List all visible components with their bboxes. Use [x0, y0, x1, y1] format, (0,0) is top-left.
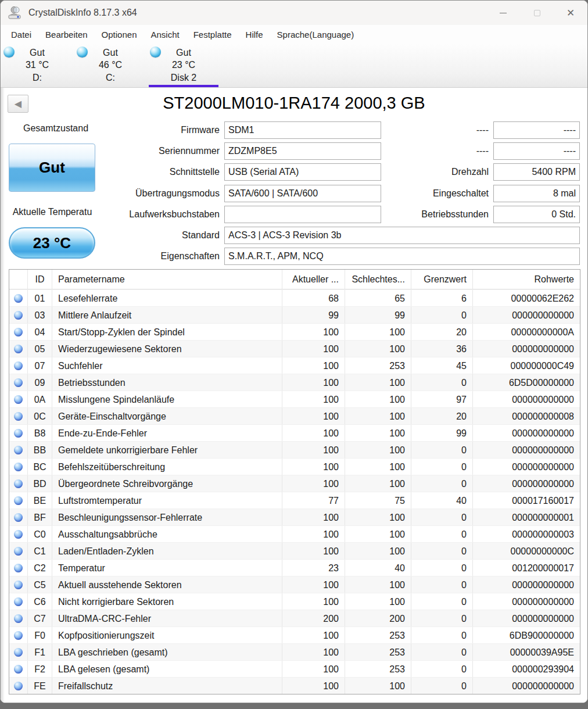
threshold-value: 0	[411, 627, 473, 643]
menu-item-5[interactable]: Hilfe	[239, 25, 270, 44]
smart-status-cell	[9, 509, 28, 525]
attribute-id: B8	[28, 425, 52, 441]
smart-row-C7[interactable]: C7UltraDMA-CRC-Fehler2002000000000000000	[9, 610, 580, 626]
raw-value: 000000000000	[473, 442, 580, 458]
smart-row-C2[interactable]: C2Temperatur23400001200000017	[9, 559, 580, 576]
smart-row-BE[interactable]: BELuftstromtemperatur777540000017160017	[9, 492, 580, 509]
smart-row-05[interactable]: 05Wiederzugewiesene Sektoren100100360000…	[9, 340, 580, 357]
smart-row-BD[interactable]: BDÜbergeordnete Schreibvorgänge100100000…	[9, 475, 580, 492]
current-value: 100	[282, 475, 345, 492]
drive-tab-2[interactable]: Gut23 °CDisk 2	[147, 44, 220, 87]
raw-value: 00000000000C	[473, 543, 580, 559]
smart-row-B8[interactable]: B8Ende-zu-Ende-Fehler1001009900000000000…	[9, 424, 580, 441]
smart-status-cell	[9, 442, 28, 458]
raw-value: 00000062E262	[473, 290, 580, 306]
field-label-wide-1: Eigenschaften	[59, 248, 222, 265]
smart-header-cell-0	[9, 270, 28, 289]
field-label-right-4: Betriebsstunden	[372, 206, 491, 223]
field-label-left-3: Übertragungsmodus	[59, 185, 222, 202]
field-value-left-0: SDM1	[224, 121, 381, 139]
current-value: 100	[282, 644, 345, 660]
status-orb-icon	[14, 328, 23, 336]
attribute-name: Beschleunigungssensor-Fehlerrate	[52, 509, 282, 525]
smart-status-cell	[9, 526, 28, 542]
field-label-left-1: Seriennummer	[59, 142, 222, 160]
current-value: 100	[282, 526, 345, 542]
attribute-id: FE	[28, 678, 52, 694]
smart-row-F2[interactable]: F2LBA gelesen (gesamt)100253000000029390…	[9, 660, 580, 677]
field-value-right-2: 5400 RPM	[493, 163, 580, 181]
attribute-id: 05	[28, 341, 52, 357]
maximize-button[interactable]	[520, 1, 554, 25]
smart-row-09[interactable]: 09Betriebsstunden10010006D5D00000000	[9, 374, 580, 391]
smart-row-FE[interactable]: FEFreifallschutz1001000000000000000	[9, 677, 580, 694]
smart-status-cell	[9, 492, 28, 509]
smart-row-01[interactable]: 01Lesefehlerrate6865600000062E262	[9, 289, 580, 306]
close-button[interactable]: ✕	[554, 1, 587, 25]
status-orb-icon	[14, 665, 23, 674]
raw-value: 6DB900000000	[473, 627, 580, 643]
status-orb-icon	[14, 564, 23, 572]
attribute-name: Übergeordnete Schreibvorgänge	[52, 475, 282, 492]
raw-value: 000000000001	[473, 509, 580, 525]
menu-item-1[interactable]: Bearbeiten	[38, 25, 95, 44]
smart-row-C5[interactable]: C5Aktuell ausstehende Sektoren1001000000…	[9, 576, 580, 593]
current-value: 99	[282, 307, 345, 323]
menu-item-3[interactable]: Ansicht	[144, 25, 186, 44]
drive-tab-temperature: 31 °C	[1, 59, 74, 71]
minimize-button[interactable]	[486, 1, 520, 25]
status-orb-icon	[14, 463, 23, 471]
smart-row-07[interactable]: 07Suchfehler10025345000000000C49	[9, 357, 580, 374]
smart-row-C6[interactable]: C6Nicht korrigierbare Sektoren1001000000…	[9, 593, 580, 610]
menu-item-4[interactable]: Festplatte	[187, 25, 239, 44]
smart-status-cell	[9, 661, 28, 677]
worst-value: 100	[345, 442, 411, 458]
smart-row-F0[interactable]: F0Kopfpositionierungszeit10025306DB90000…	[9, 626, 580, 643]
attribute-name: Luftstromtemperatur	[52, 492, 282, 509]
menu-item-6[interactable]: Sprache(Language)	[270, 25, 361, 44]
app-window: CrystalDiskInfo 8.17.3 x64 ✕ DateiBearbe…	[0, 0, 588, 703]
threshold-value: 40	[411, 492, 473, 509]
smart-row-BC[interactable]: BCBefehlszeitüberschreitung1001000000000…	[9, 458, 580, 475]
worst-value: 253	[345, 627, 411, 643]
attribute-id: C0	[28, 526, 52, 542]
smart-row-0C[interactable]: 0CGeräte-Einschaltvorgänge10010020000000…	[9, 407, 580, 424]
raw-value: 000000000000	[473, 593, 580, 610]
status-orb-icon	[14, 479, 23, 488]
attribute-name: LBA gelesen (gesamt)	[52, 661, 282, 677]
status-orb-icon	[14, 294, 23, 303]
attribute-name: Mittlere Anlaufzeit	[52, 307, 282, 323]
field-value-right-4: 0 Std.	[493, 206, 580, 223]
current-value: 100	[282, 442, 345, 458]
drive-title: ST2000LM010-1RA174 2000,3 GB	[1, 94, 587, 113]
menu-item-0[interactable]: Datei	[4, 25, 38, 44]
drive-detail-panel: ◀ ST2000LM010-1RA174 2000,3 GB Gesamtzus…	[1, 88, 587, 703]
field-label-right-0: ----	[372, 121, 491, 139]
attribute-id: BC	[28, 459, 52, 475]
smart-status-cell	[9, 543, 28, 559]
drive-tab-0[interactable]: Gut31 °CD:	[1, 44, 74, 87]
worst-value: 100	[345, 543, 411, 559]
smart-row-F1[interactable]: F1LBA geschrieben (gesamt)10025300000003…	[9, 643, 580, 660]
smart-header-cell-2: Parametername	[52, 270, 282, 289]
field-label-left-0: Firmware	[59, 121, 222, 139]
smart-row-BB[interactable]: BBGemeldete unkorrigierbare Fehler100100…	[9, 441, 580, 458]
drive-status-orb-icon	[3, 46, 15, 58]
status-orb-icon	[14, 614, 23, 623]
smart-row-03[interactable]: 03Mittlere Anlaufzeit99990000000000000	[9, 306, 580, 323]
menu-item-2[interactable]: Optionen	[95, 25, 144, 44]
smart-row-BF[interactable]: BFBeschleunigungssensor-Fehlerrate100100…	[9, 509, 580, 525]
worst-value: 100	[345, 459, 411, 475]
smart-table-rows: 01Lesefehlerrate6865600000062E26203Mittl…	[9, 289, 580, 694]
smart-row-C0[interactable]: C0Ausschaltungsabbrüche10010000000000000…	[9, 525, 580, 542]
worst-value: 100	[345, 526, 411, 542]
attribute-id: BF	[28, 509, 52, 525]
status-orb-icon	[14, 496, 23, 505]
smart-row-04[interactable]: 04Start/Stopp-Zyklen der Spindel10010020…	[9, 323, 580, 340]
smart-row-0A[interactable]: 0AMisslungene Spindelanläufe100100970000…	[9, 391, 580, 407]
current-value: 100	[282, 391, 345, 407]
drive-tab-1[interactable]: Gut46 °CC:	[74, 44, 147, 87]
threshold-value: 97	[411, 391, 473, 407]
attribute-id: 04	[28, 324, 52, 340]
smart-row-C1[interactable]: C1Laden/Entladen-Zyklen10010000000000000…	[9, 542, 580, 559]
